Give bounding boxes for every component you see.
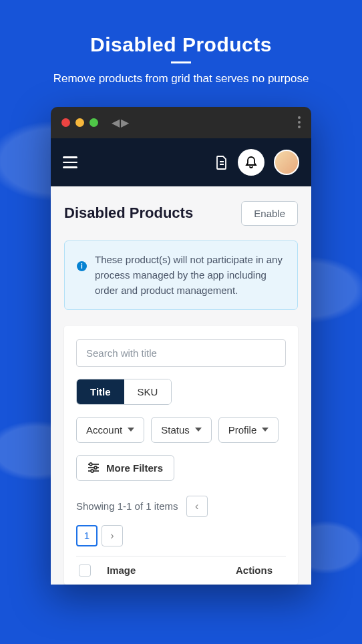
page-title: Disabled Products (64, 204, 193, 222)
filter-row: Account Status Profile (76, 417, 286, 443)
pagination-info-row: Showing 1-1 of 1 items ‹ (76, 496, 286, 517)
chevron-down-icon (262, 428, 268, 432)
chevron-left-icon: ‹ (195, 500, 198, 512)
promo-header: Disabled Products Remove products from g… (0, 0, 362, 107)
kebab-menu-icon[interactable] (298, 116, 301, 128)
table-header: Image Actions (76, 556, 286, 585)
svg-point-5 (91, 470, 94, 472)
filter-label: Account (86, 424, 122, 436)
column-header-image: Image (107, 565, 154, 576)
tab-sku[interactable]: SKU (124, 379, 172, 404)
products-card: Title SKU Account Status Profile (64, 326, 298, 585)
chevron-down-icon (128, 428, 134, 432)
maximize-window-icon[interactable] (89, 118, 98, 127)
avatar[interactable] (274, 150, 299, 175)
browser-titlebar: ◀ ▶ (51, 107, 311, 138)
app-header (51, 138, 311, 186)
search-input[interactable] (76, 339, 286, 367)
showing-text: Showing 1-1 of 1 items (76, 500, 178, 512)
info-banner: i These product(s) will not participate … (64, 240, 298, 310)
promo-subtitle: Remove products from grid that serves no… (20, 71, 342, 87)
filter-label: Profile (228, 424, 257, 436)
bell-icon (245, 156, 257, 169)
page-content: Disabled Products Enable i These product… (51, 186, 311, 585)
account-filter[interactable]: Account (76, 417, 144, 443)
forward-icon[interactable]: ▶ (121, 116, 129, 129)
filter-label: Status (161, 424, 190, 436)
notifications-button[interactable] (238, 149, 264, 176)
svg-point-4 (94, 466, 97, 469)
chevron-down-icon (195, 428, 202, 432)
back-icon[interactable]: ◀ (112, 116, 120, 129)
document-icon[interactable] (215, 155, 228, 170)
close-window-icon[interactable] (61, 118, 70, 127)
page-title-row: Disabled Products Enable (64, 201, 298, 226)
page-number-row: 1 › (76, 525, 286, 546)
promo-title: Disabled Products (20, 33, 342, 56)
sliders-icon (87, 462, 100, 473)
search-mode-toggle: Title SKU (76, 379, 172, 405)
column-header-actions: Actions (236, 565, 286, 576)
more-filters-button[interactable]: More Filters (76, 455, 174, 481)
page-1-button[interactable]: 1 (76, 525, 98, 546)
nav-arrows: ◀ ▶ (112, 116, 129, 129)
app-window: Disabled Products Enable i These product… (51, 138, 311, 585)
title-underline (171, 61, 191, 63)
status-filter[interactable]: Status (151, 417, 212, 443)
select-all-checkbox[interactable] (79, 565, 91, 577)
enable-button[interactable]: Enable (241, 201, 298, 226)
info-icon: i (77, 261, 87, 271)
info-banner-text: These product(s) will not participate in… (95, 252, 285, 299)
prev-page-button[interactable]: ‹ (186, 496, 208, 517)
browser-frame: ◀ ▶ (51, 107, 311, 585)
chevron-right-icon: › (110, 530, 114, 542)
next-page-button[interactable]: › (102, 525, 123, 546)
profile-filter[interactable]: Profile (218, 417, 279, 443)
hamburger-menu-icon[interactable] (63, 156, 77, 168)
tab-title[interactable]: Title (77, 379, 124, 404)
minimize-window-icon[interactable] (75, 118, 84, 127)
more-filters-label: More Filters (106, 462, 163, 474)
svg-point-3 (89, 463, 92, 466)
